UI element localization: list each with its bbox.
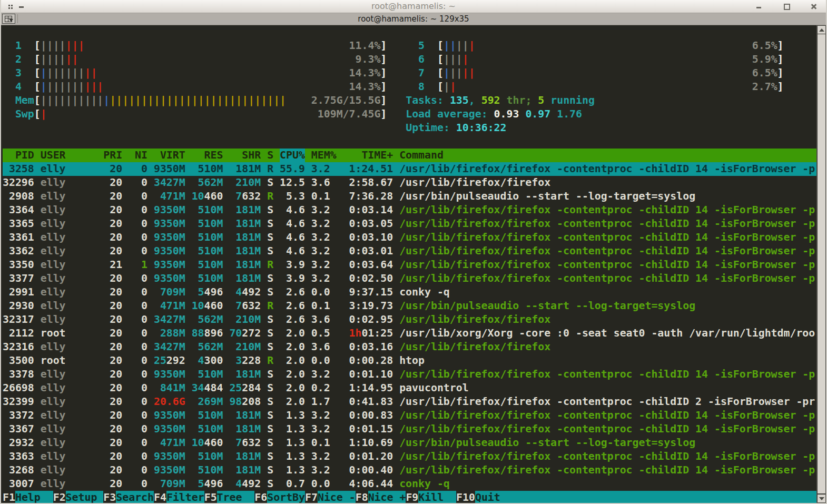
column-header-cmd[interactable]: Command (399, 149, 816, 162)
cell-cpu: 3.9 (280, 272, 305, 285)
cell-ni: 0 (129, 327, 147, 340)
cell-virt: 3427M (154, 313, 185, 327)
cell-cmd: conky -q (399, 285, 816, 299)
column-header-pri[interactable]: PRI (103, 149, 122, 162)
column-header-shr[interactable]: SHR (229, 149, 261, 162)
cell-res: 562M (192, 313, 223, 327)
scrollbar-thumb[interactable] (817, 34, 826, 494)
process-row-selected[interactable]: 3258elly2009350M510M181MR55.93.21:24.51/… (3, 162, 816, 176)
cell-time: 1:24.51 (343, 162, 393, 176)
process-row[interactable]: 3377elly2009350M510M181MS3.93.20:02.50/u… (3, 272, 816, 285)
cell-res: 510M (192, 203, 223, 217)
column-header-time[interactable]: TIME+ (343, 149, 393, 162)
fkey-tree[interactable]: F5Tree (204, 491, 255, 503)
cell-pri: 20 (103, 272, 122, 285)
process-row[interactable]: 3500root2002529243003228R2.00.00:00.28ht… (3, 354, 816, 368)
column-header-pid[interactable]: PID (3, 149, 34, 162)
cell-pri: 20 (103, 463, 122, 477)
fkey-quit[interactable]: F10Quit (456, 491, 513, 503)
fkey-nice-minus[interactable]: F7Nice - (305, 491, 356, 503)
close-button[interactable] (810, 3, 818, 10)
cell-res: 510M (192, 409, 223, 422)
cell-virt: 288M (154, 327, 185, 340)
cell-user: elly (41, 244, 104, 258)
cell-res: 510M (192, 162, 223, 176)
cell-time: 1h01:25 (343, 327, 393, 340)
fkey-nice-plus[interactable]: F8Nice + (356, 491, 406, 503)
meter-swp: Swp[|109M/7.45G] (3, 107, 387, 121)
process-row[interactable]: 32316elly2003427M562M210MS2.03.60:03.16/… (3, 340, 816, 354)
fkey-kill[interactable]: F9Kill (406, 491, 456, 503)
process-row[interactable]: 3365elly2009350M510M181MS4.63.20:03.05/u… (3, 217, 816, 231)
column-header-cpu[interactable]: CPU% (280, 149, 305, 162)
cell-virt: 841M (154, 381, 185, 395)
cell-virt: 9350M (154, 203, 185, 217)
fkey-sortby[interactable]: F6SortBy (254, 491, 305, 503)
cell-res: 562M (192, 340, 223, 354)
process-row[interactable]: 3378elly2009350M510M181MS2.03.20:01.10/u… (3, 368, 816, 381)
cell-user: elly (41, 340, 104, 354)
uptime: Uptime: 10:36:22 (406, 121, 783, 135)
fkey-help[interactable]: F1Help (3, 491, 53, 503)
cell-s: S (267, 176, 273, 190)
tab-title: root@hamamelis: ~ 129x35 (1, 13, 826, 25)
process-row[interactable]: 32296elly2003427M562M210MS12.53.62:58.67… (3, 176, 816, 190)
meter-3: 3[|||||||||14.3%] (3, 66, 387, 80)
cell-cmd: /usr/lib/firefox/firefox -contentproc -c… (399, 244, 816, 258)
process-row[interactable]: 2112root200288M8889670272S2.00.51h01:25/… (3, 327, 816, 340)
column-header-ni[interactable]: NI (129, 149, 147, 162)
process-row[interactable]: 3364elly2009350M510M181MS4.63.20:03.14/u… (3, 203, 816, 217)
cell-res: 510M (192, 272, 223, 285)
process-row[interactable]: 3350elly2119350M510M181MR3.93.20:03.64/u… (3, 258, 816, 272)
process-row[interactable]: 2932elly200471M104607632S1.30.11:10.69/u… (3, 436, 816, 450)
cell-mem: 0.0 (311, 285, 337, 299)
process-row[interactable]: 3372elly2009350M510M181MS1.33.20:00.83/u… (3, 409, 816, 422)
column-header-virt[interactable]: VIRT (154, 149, 185, 162)
cell-s: R (267, 162, 273, 176)
cell-ni: 0 (129, 340, 147, 354)
minimize-button[interactable] (755, 3, 763, 10)
scroll-up-button[interactable] (817, 25, 826, 34)
fkey-search[interactable]: F3Search (103, 491, 154, 503)
process-row[interactable]: 32399elly20020.6G269M98208S2.01.70:41.83… (3, 395, 816, 409)
meter-2: 2[||||||9.3%] (3, 53, 387, 66)
cell-user: elly (41, 285, 104, 299)
cell-ni: 0 (129, 422, 147, 436)
process-row[interactable]: 3362elly2009350M510M181MS4.63.20:03.01/u… (3, 244, 816, 258)
fkey-setup[interactable]: F2Setup (53, 491, 104, 503)
cell-mem: 3.2 (311, 244, 337, 258)
process-row[interactable]: 3268elly2009350M510M181MS1.33.20:00.40/u… (3, 463, 816, 477)
column-header-s[interactable]: S (267, 149, 273, 162)
cell-time: 0:03.05 (343, 217, 393, 231)
maximize-button[interactable] (783, 3, 790, 10)
process-row[interactable]: 26698elly200841M3448425284S2.00.21:14.95… (3, 381, 816, 395)
chevron-down-icon (9, 19, 13, 22)
scrollbar[interactable] (816, 25, 826, 503)
cell-virt: 9350M (154, 463, 185, 477)
cell-pid: 32316 (3, 340, 34, 354)
process-row[interactable]: 2930elly200471M104607632R2.60.13:19.73/u… (3, 299, 816, 313)
tab-list-button[interactable] (2, 14, 15, 24)
scroll-down-button[interactable] (817, 494, 826, 503)
column-header-res[interactable]: RES (192, 149, 223, 162)
process-row[interactable]: 3367elly2009350M510M181MS1.33.20:01.15/u… (3, 422, 816, 436)
cell-mem: 3.6 (311, 340, 337, 354)
cell-pid: 2932 (3, 436, 34, 450)
process-row[interactable]: 3007elly200709M54964492S0.70.04:06.44con… (3, 477, 816, 491)
column-header-mem[interactable]: MEM% (311, 149, 337, 162)
fkey-filter[interactable]: F4Filter (154, 491, 204, 503)
cell-user: elly (41, 368, 104, 381)
process-row[interactable]: 2991elly200709M54964492S2.60.09:37.15con… (3, 285, 816, 299)
cell-virt: 9350M (154, 368, 185, 381)
cell-time: 1:14.95 (343, 381, 393, 395)
process-row[interactable]: 2908elly200471M104607632R5.30.17:36.28/u… (3, 190, 816, 203)
cell-pri: 20 (103, 217, 122, 231)
cell-pid: 3363 (3, 450, 34, 463)
process-row[interactable]: 3361elly2009350M510M181MS4.63.20:03.10/u… (3, 231, 816, 244)
column-header-user[interactable]: USER (41, 149, 104, 162)
cell-user: root (41, 327, 104, 340)
process-row[interactable]: 3363elly2009350M510M181MS1.33.20:01.20/u… (3, 450, 816, 463)
process-row[interactable]: 32317elly2003427M562M210MS2.63.60:02.95/… (3, 313, 816, 327)
cell-mem: 0.1 (311, 190, 337, 203)
cell-cpu: 4.6 (280, 231, 305, 244)
